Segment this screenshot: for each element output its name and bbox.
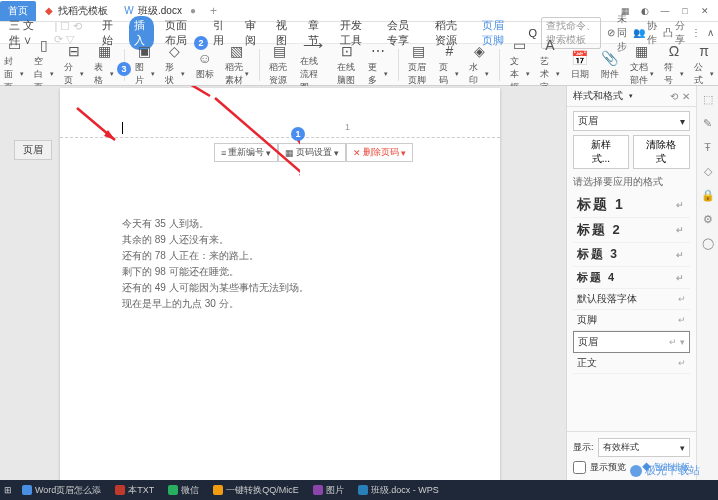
taskbar-item[interactable]: 班级.docx - WPS	[354, 484, 443, 497]
main-area: 1 页眉 ≡ 重新编号 ▾ ▦ 页码设置 ▾ ✕ 删除页码 ▾ 今天有 35 人…	[0, 86, 718, 480]
toolbar-空白页[interactable]: ▯空白页▾	[34, 36, 54, 94]
toolbar-页码[interactable]: #页码▾	[439, 42, 459, 87]
style-item[interactable]: 标题 2↵	[573, 218, 690, 243]
style-item[interactable]: 页脚↵	[573, 310, 690, 331]
header-zone[interactable]: 1	[60, 88, 500, 138]
body-line: 今天有 35 人到场。	[122, 216, 438, 232]
style-item[interactable]: 标题 4↵	[573, 267, 690, 289]
t-icon[interactable]: Ŧ	[701, 140, 715, 154]
badge-2: 2	[194, 36, 208, 50]
toolbar-图片[interactable]: ▣图片▾	[135, 42, 155, 87]
current-style-combo[interactable]: 页眉▾	[573, 111, 690, 131]
document-area: 1 页眉 ≡ 重新编号 ▾ ▦ 页码设置 ▾ ✕ 删除页码 ▾ 今天有 35 人…	[0, 86, 566, 480]
style-list: 标题 1↵标题 2↵标题 3↵标题 4↵默认段落字体↵页脚↵页眉↵ ▾正文↵	[573, 193, 690, 374]
taskbar-item[interactable]: 图片	[309, 484, 348, 497]
toolbar-在线脑图[interactable]: ⊡在线脑图	[337, 42, 358, 87]
body-line: 还有的 78 人正在：来的路上。	[122, 248, 438, 264]
page-number: 1	[345, 122, 350, 132]
preview-label: 显示预览	[590, 461, 626, 474]
watermark: 极光下载站	[630, 463, 700, 478]
badge-1: 1	[291, 127, 305, 141]
pencil-icon[interactable]: ✎	[701, 116, 715, 130]
start-button[interactable]: ⊞	[4, 485, 12, 495]
doc-icon: ◆	[44, 6, 54, 16]
renumber-button[interactable]: ≡ 重新编号 ▾	[214, 143, 278, 162]
side-icon-strip: ⬚ ✎ Ŧ ◇ 🔒 ⚙ ◯	[696, 86, 718, 480]
toolbar-文档部件[interactable]: ▦文档部件▾	[630, 42, 654, 87]
body-line: 剩下的 98 可能还在睡觉。	[122, 264, 438, 280]
shape-icon[interactable]: ◇	[701, 164, 715, 178]
preview-checkbox[interactable]	[573, 461, 586, 474]
toolbar-在线流程图[interactable]: ⟶在线流程图	[300, 36, 326, 94]
page-settings-button[interactable]: ▦ 页码设置 ▾	[278, 143, 346, 162]
badge-3: 3	[117, 62, 131, 76]
toolbar-页眉页脚[interactable]: ▤页眉页脚	[408, 42, 429, 87]
style-item[interactable]: 标题 3↵	[573, 243, 690, 267]
toolbar-符号[interactable]: Ω符号▾	[664, 42, 684, 87]
styles-panel: 样式和格式▾ ⟲✕ 页眉▾ 新样式... 清除格式 请选择要应用的格式 标题 1…	[566, 86, 696, 480]
gear-icon[interactable]: ⚙	[701, 212, 715, 226]
taskbar-item[interactable]: 微信	[164, 484, 203, 497]
header-toolbar: ≡ 重新编号 ▾ ▦ 页码设置 ▾ ✕ 删除页码 ▾	[214, 143, 413, 162]
menu-bar: 三 文件 ∨ | ☐ ⟲ ⟳ ▽ 开始 插入 页面布局 引用 审阅 视图 章节 …	[0, 22, 718, 44]
document-body: 今天有 35 人到场。其余的 89 人还没有来。还有的 78 人正在：来的路上。…	[60, 138, 500, 312]
style-item[interactable]: 标题 1↵	[573, 193, 690, 218]
toolbar-更多[interactable]: ⋯更多▾	[368, 42, 388, 87]
toolbar-稻壳资源[interactable]: ▤稻壳资源	[269, 42, 290, 87]
word-icon: W	[124, 6, 134, 16]
toolbar-水印[interactable]: ◈水印▾	[469, 42, 489, 87]
panel-refresh-icon[interactable]: ⟲	[670, 91, 678, 102]
panel-title: 样式和格式	[573, 89, 623, 103]
more-icon[interactable]: ⋮	[691, 27, 701, 38]
body-line: 还有的 49 人可能因为某些事情无法到场。	[122, 280, 438, 296]
toolbar-日期[interactable]: 📅日期	[570, 49, 590, 81]
style-item[interactable]: 默认段落字体↵	[573, 289, 690, 310]
toolbar-艺术字[interactable]: A艺术字▾	[540, 36, 560, 94]
style-item[interactable]: 正文↵	[573, 353, 690, 374]
show-combo[interactable]: 有效样式▾	[598, 438, 690, 457]
panel-header: 样式和格式▾ ⟲✕	[567, 86, 696, 107]
lock-icon[interactable]: 🔒	[701, 188, 715, 202]
toolbar-表格[interactable]: ▦表格▾	[94, 42, 114, 87]
toolbar-分页[interactable]: ⊟分页▾	[64, 42, 84, 87]
unsync-button[interactable]: ⊘ 未同步	[607, 12, 627, 54]
toolbar-公式[interactable]: π公式▾	[694, 42, 714, 87]
panel-hint: 请选择要应用的格式	[573, 175, 690, 189]
close-icon[interactable]: ●	[190, 5, 196, 16]
text-cursor	[122, 122, 123, 134]
delete-pagenum-button[interactable]: ✕ 删除页码 ▾	[346, 143, 413, 162]
toolbar-附件[interactable]: 📎附件	[600, 49, 620, 81]
taskbar-item[interactable]: 本TXT	[111, 484, 158, 497]
toolbar-图标[interactable]: ☺图标	[195, 49, 215, 81]
taskbar: ⊞ Word页眉怎么添本TXT微信一键转换QQ/MicE图片班级.docx - …	[0, 480, 718, 500]
side-select-icon[interactable]: ⬚	[701, 92, 715, 106]
ribbon-toolbar: ▭封面页▾▯空白页▾⊟分页▾▦表格▾▣图片▾◇形状▾☺图标▧稻壳素材▾▤稻壳资源…	[0, 44, 718, 86]
toolbar-封面页[interactable]: ▭封面页▾	[4, 36, 24, 94]
collapse-icon[interactable]: ∧	[707, 27, 714, 38]
circle-icon[interactable]: ◯	[701, 236, 715, 250]
taskbar-item[interactable]: 一键转换QQ/MicE	[209, 484, 303, 497]
body-line: 其余的 89 人还没有来。	[122, 232, 438, 248]
document-page[interactable]: 1 页眉 ≡ 重新编号 ▾ ▦ 页码设置 ▾ ✕ 删除页码 ▾ 今天有 35 人…	[60, 88, 500, 480]
toolbar-稻壳素材[interactable]: ▧稻壳素材▾	[225, 42, 249, 87]
toolbar-形状[interactable]: ◇形状▾	[165, 42, 185, 87]
body-line: 现在是早上的九点 30 分。	[122, 296, 438, 312]
toolbar-文本框[interactable]: ▭文本框▾	[510, 36, 530, 94]
header-label: 页眉	[14, 140, 52, 160]
new-style-button[interactable]: 新样式...	[573, 135, 629, 169]
logo-icon	[630, 465, 642, 477]
taskbar-item[interactable]: Word页眉怎么添	[18, 484, 105, 497]
panel-close-icon[interactable]: ✕	[682, 91, 690, 102]
clear-format-button[interactable]: 清除格式	[633, 135, 690, 169]
style-item[interactable]: 页眉↵ ▾	[573, 331, 690, 353]
